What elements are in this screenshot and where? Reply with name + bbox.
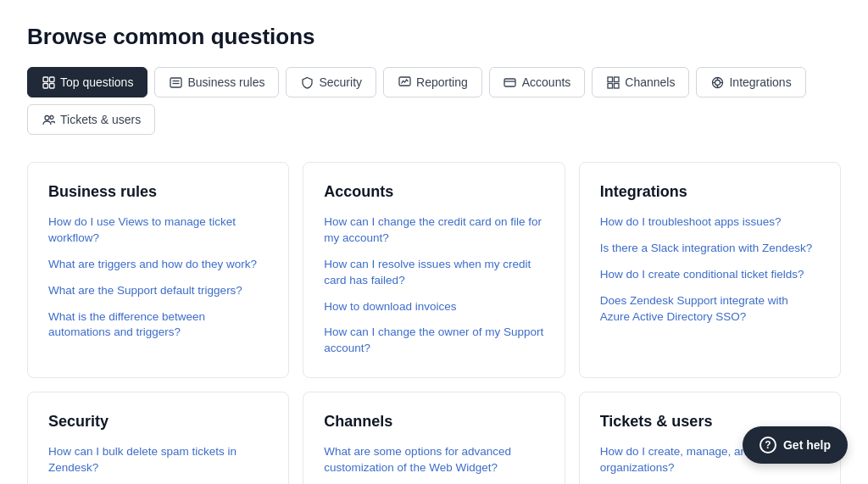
card-link-accounts-0[interactable]: How can I change the credit card on file… [324, 214, 543, 247]
tab-icon-tickets-users [42, 113, 55, 126]
card-link-integrations-3[interactable]: Does Zendesk Support integrate with Azur… [600, 293, 820, 325]
card-title-integrations: Integrations [600, 183, 820, 201]
tab-channels[interactable]: Channels [592, 67, 689, 97]
card-link-integrations-1[interactable]: Is there a Slack integration with Zendes… [600, 241, 820, 257]
svg-rect-10 [608, 77, 613, 82]
card-link-business-rules-2[interactable]: What are the Support default triggers? [48, 283, 268, 299]
tab-security[interactable]: Security [286, 67, 376, 97]
tab-integrations[interactable]: Integrations [696, 67, 805, 97]
card-title-business-rules: Business rules [48, 183, 268, 201]
card-link-security-0[interactable]: How can I bulk delete spam tickets in Ze… [48, 444, 268, 476]
tabs-row: Top questionsBusiness rulesSecurityRepor… [27, 67, 841, 135]
tab-label-security: Security [319, 75, 362, 89]
card-title-accounts: Accounts [324, 183, 543, 201]
tab-icon-integrations [710, 75, 724, 89]
card-link-business-rules-0[interactable]: How do I use Views to manage ticket work… [48, 214, 268, 247]
tab-icon-top-questions [42, 75, 55, 89]
tab-label-accounts: Accounts [522, 75, 571, 89]
card-links-security: How can I bulk delete spam tickets in Ze… [48, 444, 268, 484]
card-title-channels: Channels [324, 413, 543, 431]
card-links-accounts: How can I change the credit card on file… [324, 214, 543, 357]
card-title-security: Security [48, 413, 268, 431]
tab-icon-accounts [504, 75, 517, 89]
card-link-integrations-0[interactable]: How do I troubleshoot apps issues? [600, 214, 820, 231]
get-help-label: Get help [783, 438, 831, 452]
svg-rect-8 [504, 79, 515, 86]
svg-rect-13 [614, 83, 619, 88]
svg-point-21 [50, 115, 53, 119]
tab-icon-security [300, 75, 314, 89]
tab-icon-channels [606, 75, 620, 89]
svg-point-14 [715, 80, 720, 85]
card-link-accounts-3[interactable]: How can I change the owner of my Support… [324, 325, 543, 357]
card-integrations: IntegrationsHow do I troubleshoot apps i… [579, 162, 841, 378]
svg-rect-3 [49, 83, 54, 88]
tab-label-reporting: Reporting [416, 75, 468, 89]
card-links-business-rules: How do I use Views to manage ticket work… [48, 214, 268, 341]
tab-label-business-rules: Business rules [187, 75, 264, 89]
card-link-channels-0[interactable]: What are some options for advanced custo… [324, 444, 543, 476]
tab-label-top-questions: Top questions [60, 75, 133, 89]
tab-reporting[interactable]: Reporting [383, 67, 482, 97]
tab-icon-business-rules [169, 75, 182, 89]
svg-rect-4 [170, 78, 181, 87]
help-icon: ? [760, 437, 776, 453]
tab-business-rules[interactable]: Business rules [154, 67, 279, 97]
card-link-accounts-1[interactable]: How can I resolve issues when my credit … [324, 257, 543, 289]
svg-rect-1 [49, 77, 54, 82]
svg-rect-2 [43, 83, 48, 88]
card-links-channels: What are some options for advanced custo… [324, 444, 543, 484]
svg-rect-12 [608, 83, 613, 88]
tab-label-integrations: Integrations [729, 75, 791, 89]
svg-rect-11 [614, 77, 619, 82]
tab-icon-reporting [398, 75, 411, 89]
tab-tickets-users[interactable]: Tickets & users [27, 104, 155, 135]
card-links-integrations: How do I troubleshoot apps issues?Is the… [600, 214, 820, 325]
card-channels: ChannelsWhat are some options for advanc… [303, 392, 565, 484]
card-accounts: AccountsHow can I change the credit card… [303, 162, 565, 378]
tab-accounts[interactable]: Accounts [489, 67, 586, 97]
svg-point-20 [45, 115, 49, 120]
tab-label-tickets-users: Tickets & users [60, 113, 141, 126]
tab-top-questions[interactable]: Top questions [27, 67, 147, 97]
card-link-business-rules-1[interactable]: What are triggers and how do they work? [48, 257, 268, 273]
get-help-button[interactable]: ? Get help [743, 426, 848, 464]
card-security: SecurityHow can I bulk delete spam ticke… [27, 392, 289, 484]
card-link-business-rules-3[interactable]: What is the difference between automatio… [48, 309, 268, 342]
cards-grid: Business rulesHow do I use Views to mana… [27, 162, 841, 484]
page-title: Browse common questions [27, 24, 841, 50]
card-link-accounts-2[interactable]: How to download invoices [324, 299, 543, 315]
card-link-integrations-2[interactable]: How do I create conditional ticket field… [600, 267, 820, 283]
tab-label-channels: Channels [625, 75, 675, 89]
svg-rect-0 [43, 77, 48, 82]
card-business-rules: Business rulesHow do I use Views to mana… [27, 162, 289, 378]
